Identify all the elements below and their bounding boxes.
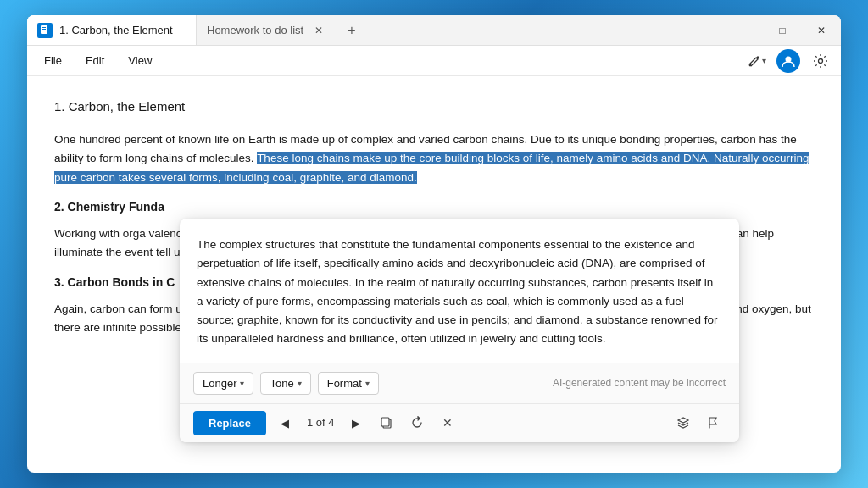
refresh-button[interactable]: [405, 411, 429, 435]
document-area: 1. Carbon, the Element One hundred perce…: [27, 76, 841, 473]
menu-view[interactable]: View: [118, 51, 162, 70]
settings-icon[interactable]: [807, 47, 834, 75]
longer-dropdown-arrow: ▾: [240, 379, 244, 388]
menu-file[interactable]: File: [34, 51, 72, 70]
tab-active[interactable]: 1. Carbon, the Element: [27, 15, 197, 45]
title-bar: 1. Carbon, the Element Homework to do li…: [27, 15, 841, 46]
prev-button[interactable]: ◀: [273, 411, 297, 435]
section2-heading: 2. Chemistry Funda: [54, 197, 814, 216]
doc-title: 1. Carbon, the Element: [54, 97, 814, 117]
page-indicator: 1 of 4: [303, 414, 338, 432]
svg-rect-3: [42, 30, 44, 31]
ai-popup: The complex structures that constitute t…: [180, 219, 739, 442]
minimize-button[interactable]: ─: [724, 15, 763, 46]
tone-dropdown-arrow: ▾: [298, 379, 302, 388]
ai-disclaimer: AI-generated content may be incorrect: [553, 375, 726, 391]
layers-icon-button[interactable]: [671, 411, 695, 435]
format-dropdown-arrow: ▾: [365, 379, 370, 388]
avatar[interactable]: [776, 49, 800, 73]
tab-close-button[interactable]: ✕: [310, 22, 327, 39]
ai-popup-text: The complex structures that constitute t…: [180, 219, 739, 363]
popup-footer: Replace ◀ 1 of 4 ▶ ✕: [180, 403, 739, 442]
format-dropdown[interactable]: Format ▾: [318, 372, 379, 395]
ai-popup-controls: Longer ▾ Tone ▾ Format ▾ AI-generated co…: [180, 363, 739, 403]
menu-bar: File Edit View ▾: [27, 46, 841, 76]
pen-tool-icon[interactable]: ▾: [743, 47, 770, 75]
longer-dropdown[interactable]: Longer ▾: [193, 372, 253, 395]
menu-edit[interactable]: Edit: [75, 51, 114, 70]
tab-inactive[interactable]: Homework to do list ✕: [197, 15, 337, 45]
svg-point-5: [819, 58, 823, 63]
replace-button[interactable]: Replace: [193, 411, 266, 435]
svg-rect-7: [381, 418, 389, 426]
close-button[interactable]: ✕: [802, 15, 841, 46]
maximize-button[interactable]: □: [763, 15, 802, 46]
main-window: 1. Carbon, the Element Homework to do li…: [27, 15, 841, 473]
svg-rect-2: [42, 29, 46, 30]
tab-active-label: 1. Carbon, the Element: [59, 24, 173, 36]
flag-icon-button[interactable]: [702, 411, 726, 435]
copy-button[interactable]: [375, 411, 398, 435]
document-icon: [37, 23, 53, 38]
doc-para-1: One hundred percent of known life on Ear…: [54, 130, 814, 187]
tab-inactive-label: Homework to do list: [207, 24, 303, 36]
next-button[interactable]: ▶: [344, 411, 368, 435]
tab-add-button[interactable]: +: [337, 15, 365, 45]
svg-rect-1: [42, 27, 46, 28]
title-bar-spacer: [366, 15, 725, 45]
toolbar-right: ▾: [743, 47, 834, 75]
window-controls: ─ □ ✕: [724, 15, 841, 45]
popup-close-button[interactable]: ✕: [436, 411, 459, 435]
tone-dropdown[interactable]: Tone ▾: [260, 372, 310, 395]
